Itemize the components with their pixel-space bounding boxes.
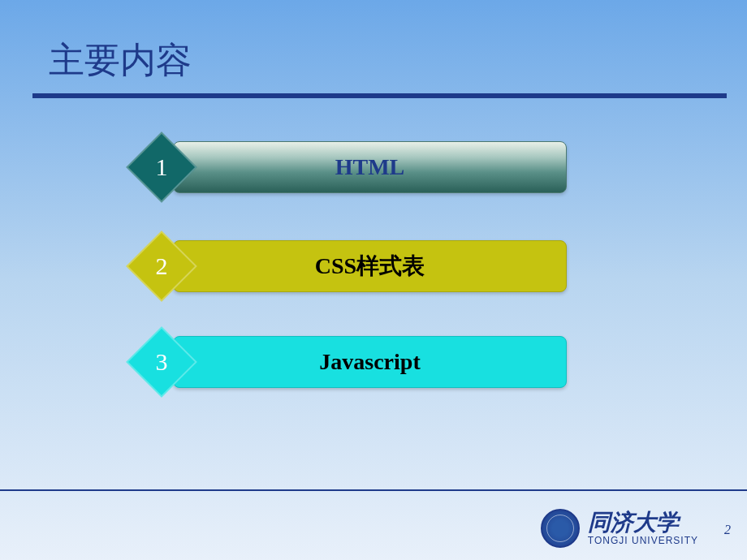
content-bar: Javascript bbox=[173, 336, 567, 388]
slide-title: 主要内容 bbox=[49, 37, 192, 84]
item-label: HTML bbox=[335, 154, 405, 180]
content-item-1: 1 HTML bbox=[136, 138, 591, 196]
item-number: 1 bbox=[136, 153, 187, 181]
university-logo-icon bbox=[541, 509, 580, 548]
item-number: 2 bbox=[136, 252, 187, 280]
university-name-en: TONGJI UNIVERSITY bbox=[588, 536, 698, 546]
footer-divider bbox=[0, 489, 747, 491]
item-label: CSS样式表 bbox=[315, 251, 425, 282]
content-bar: HTML bbox=[173, 141, 567, 193]
page-number: 2 bbox=[724, 523, 731, 537]
university-name-cn: 同济大学 bbox=[588, 510, 698, 536]
university-text: 同济大学 TONGJI UNIVERSITY bbox=[588, 510, 698, 546]
item-number: 3 bbox=[136, 348, 187, 376]
content-item-2: 2 CSS样式表 bbox=[136, 237, 591, 295]
footer: 同济大学 TONGJI UNIVERSITY bbox=[541, 509, 698, 548]
content-item-3: 3 Javascript bbox=[136, 333, 591, 391]
title-divider bbox=[32, 93, 727, 98]
item-label: Javascript bbox=[319, 349, 420, 375]
content-bar: CSS样式表 bbox=[173, 240, 567, 292]
